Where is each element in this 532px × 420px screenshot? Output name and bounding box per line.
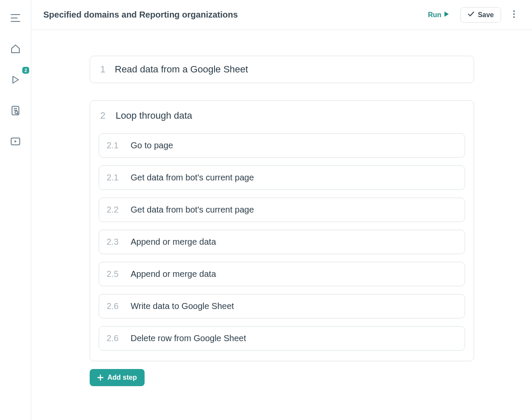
step-card-2: 2 Loop through data 2.1 Go to page 2.1 G… [90, 100, 474, 361]
run-button-label: Run [428, 11, 441, 19]
page-title: Specified domains and Reporting organiza… [43, 10, 417, 20]
substep-card[interactable]: 2.6 Delete row from Google Sheet [99, 326, 465, 351]
substep-number: 2.5 [107, 269, 120, 279]
nav-home[interactable] [8, 41, 23, 57]
substep-card[interactable]: 2.6 Write data to Google Sheet [99, 294, 465, 318]
substep-card[interactable]: 2.3 Append or merge data [99, 230, 465, 254]
video-icon [10, 137, 21, 146]
menu-toggle[interactable] [8, 10, 23, 26]
run-button[interactable]: Run [424, 8, 453, 22]
step-header[interactable]: 2 Loop through data [99, 110, 465, 121]
hamburger-icon [10, 14, 21, 22]
header: Specified domains and Reporting organiza… [31, 0, 532, 30]
step-title: Loop through data [116, 110, 193, 121]
add-step-button[interactable]: Add step [90, 369, 145, 386]
step-title: Read data from a Google Sheet [115, 64, 248, 75]
substeps: 2.1 Go to page 2.1 Get data from bot's c… [99, 133, 465, 351]
home-icon [10, 44, 21, 54]
substep-card[interactable]: 2.1 Get data from bot's current page [99, 165, 465, 190]
add-step-label: Add step [108, 374, 137, 381]
substep-title: Get data from bot's current page [131, 205, 254, 215]
save-button-label: Save [478, 11, 494, 19]
more-button[interactable] [508, 7, 520, 23]
nav-runs[interactable]: 2 [8, 72, 23, 87]
main: Specified domains and Reporting organiza… [31, 0, 532, 420]
substep-title: Write data to Google Sheet [131, 301, 234, 311]
svg-point-9 [513, 10, 515, 12]
svg-point-6 [15, 111, 18, 114]
play-icon [444, 11, 449, 19]
svg-line-7 [17, 113, 18, 114]
substep-title: Append or merge data [131, 269, 216, 279]
save-button[interactable]: Save [460, 7, 501, 23]
substep-title: Delete row from Google Sheet [131, 333, 246, 343]
substep-number: 2.6 [107, 333, 120, 343]
substep-number: 2.2 [107, 205, 120, 215]
document-search-icon [11, 105, 20, 116]
step-number: 2 [100, 110, 106, 121]
svg-point-11 [513, 16, 515, 18]
more-vertical-icon [513, 10, 515, 19]
substep-card[interactable]: 2.1 Go to page [99, 133, 465, 158]
nav-logs[interactable] [8, 103, 23, 118]
substep-card[interactable]: 2.5 Append or merge data [99, 262, 465, 286]
substep-number: 2.1 [107, 141, 120, 150]
substep-title: Append or merge data [131, 237, 216, 247]
sidebar: 2 [0, 0, 31, 420]
check-icon [468, 11, 475, 19]
nav-videos[interactable] [8, 134, 23, 149]
substep-number: 2.6 [107, 301, 120, 311]
play-outline-icon [11, 75, 20, 84]
runs-badge: 2 [22, 67, 29, 74]
step-card-1[interactable]: 1 Read data from a Google Sheet [90, 56, 474, 83]
step-number: 1 [100, 64, 106, 75]
workflow-canvas: 1 Read data from a Google Sheet 2 Loop t… [90, 56, 474, 403]
substep-number: 2.3 [107, 237, 120, 247]
svg-point-10 [513, 13, 515, 15]
content: 1 Read data from a Google Sheet 2 Loop t… [31, 30, 532, 420]
substep-title: Get data from bot's current page [131, 173, 254, 183]
plus-icon [97, 375, 103, 381]
substep-card[interactable]: 2.2 Get data from bot's current page [99, 198, 465, 222]
substep-number: 2.1 [107, 173, 120, 183]
substep-title: Go to page [131, 141, 173, 150]
